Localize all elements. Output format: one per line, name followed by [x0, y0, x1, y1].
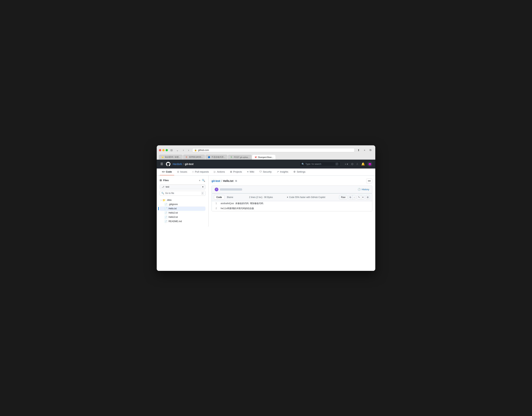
more-options-button[interactable]: •••	[366, 178, 372, 183]
copy-path-button[interactable]: ⧉	[235, 179, 238, 183]
pull-requests-button[interactable]: ⑃	[356, 162, 359, 167]
breadcrumb-separator: /	[183, 163, 184, 166]
github-page: ☰ Hardork / git-test 🔍 Type / to search …	[157, 160, 375, 271]
active-indicator	[158, 207, 159, 210]
line-number: 2	[212, 206, 219, 211]
code-toolbar: Code Blame 2 lines (2 loc) · 90 Bytes ✦ …	[212, 194, 372, 201]
file-tree: › 📁 .idea 📄 .gitignore 📄 Hello.txt	[160, 198, 205, 224]
branch-chevron-icon: ▾	[202, 186, 203, 188]
notifications-button[interactable]: 🔔	[361, 161, 366, 167]
nav-label-wiki: Wiki	[250, 170, 254, 173]
search-files-button[interactable]: 🔍	[201, 178, 205, 182]
avatar[interactable]: 😈	[367, 161, 372, 167]
history-button[interactable]: 🕐 History	[358, 188, 369, 191]
file-header-bar: git-test / Hello.txt ⧉ •••	[211, 178, 372, 183]
file-name: Hello.txt	[169, 207, 177, 210]
issues-button[interactable]: ⊙	[350, 161, 354, 167]
plus-icon: +	[345, 163, 346, 166]
raw-button[interactable]: Raw	[339, 195, 348, 199]
line-code: hello和新增的冲突代码的结合版	[219, 206, 257, 211]
tab-label: POST git-uploa...	[234, 156, 249, 158]
fullscreen-button[interactable]	[166, 149, 168, 151]
file-tree-item-hello3txt[interactable]: 📄 Hello3.txt	[160, 215, 205, 219]
file-tree-item-idea[interactable]: › 📁 .idea	[160, 198, 205, 202]
tab-post-git[interactable]: G POST git-uploa...	[228, 155, 252, 160]
tab-favicon: 🔵	[208, 156, 210, 158]
code-tabs: Code Blame	[214, 195, 236, 199]
file-sidebar: ⊟ Files + 🔍 ⎇ test ▾ 🔍	[157, 176, 209, 227]
minimize-button[interactable]	[162, 149, 164, 151]
go-to-file-input-wrap[interactable]: 🔍 t	[160, 191, 205, 196]
code-tab-blame[interactable]: Blame	[225, 195, 236, 199]
tab-sorting[interactable]: C 排序算法时间...	[183, 155, 205, 160]
share-button[interactable]: ⬆	[356, 148, 361, 153]
download-button[interactable]: ↓	[352, 195, 356, 199]
tab-label: 知识星球 | 深度...	[165, 156, 180, 158]
new-tab-button[interactable]: +	[362, 148, 367, 153]
nav-item-code[interactable]: <> Code	[160, 168, 174, 175]
nav-item-insights[interactable]: ↗ Insights	[275, 168, 290, 175]
tab-divergent[interactable]: 🐙 Divergent Bran...	[252, 155, 276, 160]
file-name: Hello2.txt	[169, 211, 178, 214]
code-tab-code[interactable]: Code	[214, 195, 224, 199]
edit-group: ✎ ▾	[357, 195, 365, 199]
skeleton-bar	[220, 188, 242, 191]
edit-more-button[interactable]: ▾	[361, 195, 365, 199]
nav-item-projects[interactable]: ⊞ Projects	[228, 168, 244, 175]
history-icon: 🕐	[358, 188, 361, 191]
security-icon: 🛡	[259, 170, 262, 173]
file-name: Hello3.txt	[169, 216, 178, 218]
browser-chrome: ⊟ ⌄ ‹ › 🔒 github.com ⬆ + ⧉ ⭐ 知识星球 | 深度..…	[157, 145, 375, 160]
chevron-down-icon[interactable]: ⌄	[175, 148, 180, 152]
nav-item-actions[interactable]: ▷ Actions	[212, 168, 227, 175]
nav-item-settings[interactable]: ⚙ Settings	[291, 168, 308, 175]
repo-link[interactable]: git-test	[211, 179, 220, 182]
branch-selector[interactable]: ⎇ test ▾	[160, 184, 205, 189]
tab-zhishixingqiu[interactable]: ⭐ 知识星球 | 深度...	[159, 155, 183, 160]
tab-label: Divergent Bran...	[258, 156, 273, 158]
code-line-2: 2 hello和新增的冲突代码的结合版	[212, 206, 372, 211]
go-to-file-input[interactable]	[165, 192, 200, 195]
create-new-button[interactable]: + ▾	[344, 162, 349, 166]
file-tree-item-hellotxt[interactable]: 📄 Hello.txt	[160, 207, 205, 211]
fold-button[interactable]: ⊞	[365, 195, 370, 199]
file-breadcrumb: git-test / Hello.txt ⧉	[211, 179, 238, 183]
close-button[interactable]	[159, 149, 161, 151]
header-actions: + ▾ ⊙ ⑃ 🔔 😈	[344, 161, 372, 167]
file-tree-item-gitignore[interactable]: 📄 .gitignore	[160, 202, 205, 207]
nav-item-wiki[interactable]: ≡ Wiki	[245, 168, 256, 175]
nav-label-actions: Actions	[217, 170, 225, 173]
breadcrumb-separator: /	[221, 179, 222, 182]
actions-icon: ▷	[214, 170, 216, 173]
nav-item-pull-requests[interactable]: ⑃ Pull requests	[190, 168, 211, 175]
lock-icon: 🔒	[194, 149, 197, 151]
breadcrumb-owner[interactable]: Hardork	[173, 163, 182, 166]
back-button[interactable]: ‹	[181, 148, 186, 152]
file-icon: 📄	[164, 207, 167, 210]
address-bar[interactable]: 🔒 github.com	[192, 148, 354, 152]
browser-sidebar-toggle[interactable]: ⊟	[169, 148, 174, 152]
repo-nav: <> Code ⊙ Issues ⑃ Pull requests ▷ Actio…	[157, 168, 375, 176]
nav-item-security[interactable]: 🛡 Security	[257, 168, 274, 175]
copy-download-group: ⧉ ↓	[348, 195, 356, 199]
nav-label-security: Security	[263, 170, 272, 173]
file-tree-item-readmemd[interactable]: 📄 README.md	[160, 219, 205, 224]
forward-button[interactable]: ›	[186, 148, 191, 152]
file-tree-item-hello2txt[interactable]: 📄 Hello2.txt	[160, 211, 205, 215]
search-placeholder: Type / to search	[305, 163, 321, 165]
split-view-button[interactable]: ⧉	[368, 148, 373, 153]
copy-content-button[interactable]: ⧉	[348, 195, 352, 199]
search-bar[interactable]: 🔍 Type / to search /	[300, 162, 340, 166]
file-name: .idea	[167, 199, 171, 201]
tab-blockchain[interactable]: 🔵 不适合链式存...	[205, 155, 228, 160]
code-line-1: 1 asdsahdjas 未修改的代码 增加修改代码	[212, 201, 372, 206]
wiki-icon: ≡	[247, 170, 249, 173]
issues-icon: ⊙	[177, 170, 179, 173]
edit-file-button[interactable]: ✎	[357, 195, 361, 199]
nav-item-issues[interactable]: ⊙ Issues	[175, 168, 190, 175]
hamburger-menu-button[interactable]: ☰	[160, 161, 164, 167]
code-viewer: Code Blame 2 lines (2 loc) · 90 Bytes ✦ …	[211, 193, 372, 211]
add-file-button[interactable]: +	[199, 178, 201, 182]
files-panel-icon: ⊟	[160, 179, 162, 182]
breadcrumb-repo[interactable]: git-test	[185, 163, 194, 166]
